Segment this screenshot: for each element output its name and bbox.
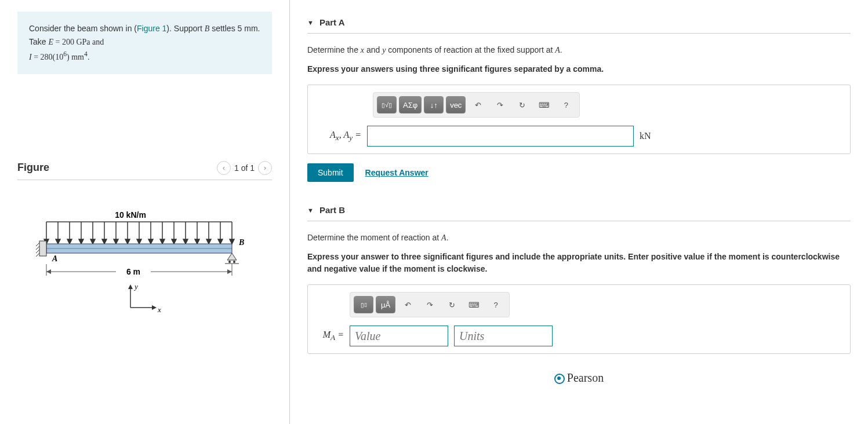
templates-button-b[interactable]: ▯▯ [354,296,373,313]
svg-marker-53 [128,284,133,289]
next-figure-button[interactable]: › [258,161,272,175]
svg-point-44 [233,261,235,263]
svg-marker-20 [148,239,153,244]
problem-text: Consider the beam shown in ( [29,24,137,33]
svg-marker-51 [227,269,232,274]
svg-marker-22 [160,239,165,244]
figure-title: Figure [17,162,49,174]
svg-marker-8 [79,239,83,244]
svg-marker-16 [125,239,130,244]
part-a-instruction: Express your answers using three signifi… [307,63,851,75]
figure-diagram: 10 kN/m [17,198,272,338]
part-b-value-input[interactable] [350,326,448,346]
help-button[interactable]: ? [556,96,576,114]
point-a: A [52,254,57,263]
reset-button-b[interactable]: ↻ [442,296,462,313]
updown-button[interactable]: ↓↑ [424,96,444,114]
left-panel: Consider the beam shown in (Figure 1). S… [0,0,290,424]
vec-button[interactable]: vec [446,96,466,114]
svg-marker-56 [152,305,157,310]
svg-marker-10 [90,239,95,244]
figure-header: Figure ‹ 1 of 1 › [17,161,272,180]
length-label: 6 m [126,267,140,276]
part-b-toolbar: ▯▯ μÅ ↶ ↷ ↻ ⌨ ? [350,292,510,317]
undo-button[interactable]: ↶ [468,96,488,114]
keyboard-button-b[interactable]: ⌨ [464,296,484,313]
redo-button-b[interactable]: ↷ [420,296,440,313]
pearson-footer: Pearson [307,371,851,385]
keyboard-button[interactable]: ⌨ [534,96,554,114]
submit-button-a[interactable]: Submit [307,163,354,182]
part-a-title: Part A [319,17,345,27]
svg-marker-12 [102,239,107,244]
units-button[interactable]: μÅ [376,296,395,313]
part-b-header[interactable]: ▼ Part B [307,199,851,221]
load-arrows [44,222,234,244]
part-b-input-row: MA = [315,326,843,346]
svg-marker-50 [46,269,51,274]
svg-line-39 [36,246,39,250]
problem-statement: Consider the beam shown in (Figure 1). S… [17,12,272,74]
part-a-input-label: Ax, Ay = [315,130,361,142]
svg-marker-30 [206,239,211,244]
prev-figure-button[interactable]: ‹ [217,161,231,175]
part-b-prompt: Determine the moment of reaction at A. [307,232,851,244]
reset-button[interactable]: ↻ [512,96,532,114]
part-a-toolbar: ▯√▯ ΑΣφ ↓↑ vec ↶ ↷ ↻ ⌨ ? [373,92,580,118]
svg-marker-32 [218,239,223,244]
right-panel: ▼ Part A Determine the x and y component… [290,0,868,424]
svg-marker-28 [195,239,199,244]
svg-line-38 [36,243,39,246]
pearson-logo-icon [554,374,565,384]
pager-text: 1 of 1 [234,163,255,173]
svg-point-43 [228,261,231,263]
caret-down-icon: ▼ [307,19,314,26]
load-label: 10 kN/m [115,210,146,220]
part-a-unit: kN [640,131,651,141]
greek-button[interactable]: ΑΣφ [399,96,422,114]
part-a-header[interactable]: ▼ Part A [307,12,851,34]
part-a-input-row: Ax, Ay = kN [315,126,843,147]
svg-rect-37 [39,241,46,256]
svg-line-40 [36,250,39,253]
svg-marker-26 [183,239,188,244]
part-a-prompt: Determine the x and y components of reac… [307,44,851,56]
redo-button[interactable]: ↷ [490,96,510,114]
svg-marker-18 [137,239,141,244]
svg-text:y: y [133,282,138,291]
part-b-answer-box: ▯▯ μÅ ↶ ↷ ↻ ⌨ ? MA = [307,284,851,354]
part-a-section: ▼ Part A Determine the x and y component… [307,12,851,182]
part-b-instruction: Express your answer to three significant… [307,251,851,275]
part-a-actions: Submit Request Answer [307,163,851,182]
figure-link[interactable]: Figure 1 [137,24,166,33]
part-b-section: ▼ Part B Determine the moment of reactio… [307,199,851,354]
svg-marker-24 [172,239,176,244]
templates-button[interactable]: ▯√▯ [377,96,397,114]
svg-marker-4 [56,239,60,244]
part-b-input-label: MA = [315,330,344,342]
svg-marker-14 [114,239,118,244]
svg-marker-6 [67,239,72,244]
help-button-b[interactable]: ? [486,296,506,313]
svg-text:x: x [157,305,161,314]
figure-pager: ‹ 1 of 1 › [217,161,272,175]
svg-marker-42 [227,253,237,260]
request-answer-link-a[interactable]: Request Answer [365,168,428,177]
part-b-title: Part B [319,205,345,215]
part-a-answer-box: ▯√▯ ΑΣφ ↓↑ vec ↶ ↷ ↻ ⌨ ? Ax, Ay = kN [307,85,851,154]
part-b-units-input[interactable] [454,326,553,346]
part-a-answer-input[interactable] [367,126,634,147]
point-b: B [238,238,244,247]
svg-marker-34 [230,239,234,244]
undo-button-b[interactable]: ↶ [398,296,417,313]
caret-down-icon: ▼ [307,207,314,214]
svg-line-41 [36,253,39,257]
